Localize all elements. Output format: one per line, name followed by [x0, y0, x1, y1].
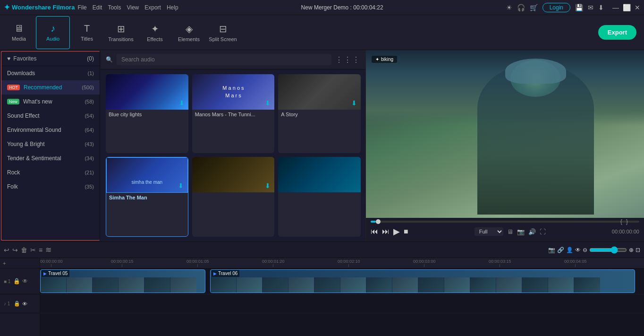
login-button[interactable]: Login [542, 3, 570, 12]
minimize-button[interactable]: — [612, 4, 619, 11]
menu-view[interactable]: View [127, 4, 139, 11]
audio-card-track5[interactable]: ⬇ [192, 157, 275, 237]
timeline-zoom: 📷 🔗 👤 👁 ⊖ ⊕ ⊡ [548, 246, 640, 254]
sound-effect-count: (54) [85, 113, 94, 119]
monitor-icon[interactable]: 🖥 [507, 228, 513, 235]
audio-title-story: A Story [278, 110, 361, 120]
sidebar-item-young-bright[interactable]: Young & Bright (43) [1, 137, 100, 151]
lock-icon[interactable]: 🔒 [13, 278, 20, 284]
download-manos-icon[interactable]: ⬇ [265, 99, 271, 107]
undo-button[interactable]: ↩ [4, 246, 9, 254]
camera-icon[interactable]: 📷 [517, 228, 525, 235]
skip-back-button[interactable]: ⏮ [371, 227, 378, 236]
toolbar-audio[interactable]: ♪ Audio [36, 16, 70, 49]
snapshot-icon[interactable]: 📷 [548, 247, 555, 253]
audio-waveform-button[interactable]: ≋ [45, 245, 51, 254]
whats-new-count: (58) [85, 99, 94, 104]
audio-card-track6[interactable] [278, 157, 361, 237]
video-track-row: ▶ Travel 05 [40, 268, 644, 294]
menu-file[interactable]: File [77, 4, 86, 11]
zoom-in-icon[interactable]: ⊕ [629, 247, 634, 253]
sun-icon[interactable]: ☀ [506, 4, 512, 11]
fullscreen-icon[interactable]: ⛶ [540, 228, 546, 235]
mail-icon[interactable]: ✉ [588, 4, 593, 11]
recommended-count: (500) [82, 85, 94, 90]
eye-track-icon[interactable]: 👁 [22, 278, 28, 284]
toolbar-splitscreen[interactable]: ⊟ Split Screen [206, 16, 240, 49]
eye-audio-icon[interactable]: 👁 [22, 301, 27, 307]
link-icon[interactable]: 🔗 [557, 247, 564, 253]
cart-icon[interactable]: 🛒 [530, 4, 538, 11]
menu-help[interactable]: Help [167, 4, 178, 11]
download-track5-icon[interactable]: ⬇ [265, 182, 271, 190]
audio-thumb-simha: simha the man ⬇ [106, 157, 188, 193]
download-simha-icon[interactable]: ⬇ [178, 182, 184, 190]
environmental-label: Environmental Sound [7, 127, 61, 133]
sidebar-item-whats-new[interactable]: New What's new (58) [1, 95, 100, 109]
sidebar-favorites[interactable]: ♥ Favorites (0) [1, 52, 100, 66]
download-story-icon[interactable]: ⬇ [351, 99, 357, 107]
young-bright-label: Young & Bright [7, 141, 45, 147]
track-label-icons: 🔒 👁 [13, 278, 28, 284]
fit-icon[interactable]: ⊡ [636, 247, 640, 253]
menu-edit[interactable]: Edit [93, 4, 102, 11]
elements-icon: ◈ [186, 23, 193, 34]
frame-back-button[interactable]: ⏭︎ [382, 227, 390, 236]
stop-button[interactable]: ■ [404, 227, 408, 236]
timeline-content[interactable]: 00:00:00:00 00:00:00:15 00:00:01:05 00:0… [40, 258, 644, 336]
sidebar-item-tender[interactable]: Tender & Sentimental (34) [1, 151, 100, 165]
toolbar-elements[interactable]: ◈ Elements [172, 16, 206, 49]
play-button[interactable]: ▶ [393, 226, 400, 237]
menu-tools[interactable]: Tools [108, 4, 121, 11]
toolbar-media[interactable]: 🖥 Media [2, 16, 36, 49]
zoom-select[interactable]: Full 50% 75% 150% [475, 227, 503, 236]
search-input[interactable] [117, 54, 331, 65]
timeline-ruler: 00:00:00:00 00:00:00:15 00:00:01:05 00:0… [40, 258, 644, 268]
export-button[interactable]: Export [598, 25, 636, 40]
media-label: Media [12, 36, 26, 42]
audio-card-story[interactable]: ⬇ A Story [278, 74, 361, 153]
download-icon[interactable]: ⬇ [598, 4, 604, 11]
audio-card-manos[interactable]: M a n o sM a r s ⬇ Manos Mars - The Tunn… [192, 74, 275, 153]
toolbar-transitions[interactable]: ⊞ Transitions [104, 16, 138, 49]
sidebar-item-downloads[interactable]: Downloads (1) [1, 66, 100, 80]
seekbar-thumb[interactable] [376, 219, 381, 224]
volume-icon[interactable]: 🔊 [528, 228, 536, 235]
headphone-icon[interactable]: 🎧 [517, 4, 525, 11]
ruler-mark-0: 00:00:00:00 [40, 259, 63, 267]
zoom-out-icon[interactable]: ⊖ [583, 247, 587, 253]
audio-card-blue-city[interactable]: ⬇ Blue city lights [106, 74, 188, 153]
cut-button[interactable]: ✂ [30, 246, 36, 254]
toolbar-titles[interactable]: T Titles [70, 16, 104, 49]
close-button[interactable]: ✕ [635, 4, 640, 11]
video-clip-travel06[interactable]: ▶ Travel 06 [210, 269, 635, 293]
zoom-slider[interactable] [589, 246, 627, 254]
preview-seekbar[interactable]: { } [371, 221, 639, 223]
video-clip-travel05[interactable]: ▶ Travel 05 [40, 269, 205, 293]
redo-button[interactable]: ↪ [12, 246, 18, 254]
sidebar-item-sound-effect[interactable]: Sound Effect (54) [1, 109, 100, 123]
timeline: ↩ ↪ 🗑 ✂ ≡ ≋ 📷 🔗 👤 👁 ⊖ ⊕ ⊡ + ■ 1 � [0, 241, 644, 336]
audio-card-simha[interactable]: simha the man ⬇ Simha The Man [106, 157, 188, 237]
download-audio-icon[interactable]: ⬇ [179, 99, 185, 107]
sidebar-item-rock[interactable]: Rock (21) [1, 165, 100, 180]
sidebar-item-recommended[interactable]: HOT Recommended (500) [1, 80, 100, 95]
menu-export[interactable]: Export [144, 4, 161, 11]
main-area: ♥ Favorites (0) Downloads (1) HOT Recomm… [0, 50, 644, 241]
eye-icon[interactable]: 👁 [575, 247, 581, 253]
search-options-icon[interactable]: ⋮⋮⋮ [335, 55, 361, 64]
save-icon[interactable]: 💾 [575, 4, 583, 11]
add-track-button[interactable]: + [3, 260, 6, 266]
lock-audio-icon[interactable]: 🔒 [14, 301, 20, 307]
sidebar-item-environmental[interactable]: Environmental Sound (64) [1, 123, 100, 137]
toolbar: 🖥 Media ♪ Audio T Titles ⊞ Transitions ✦… [0, 15, 644, 50]
delete-button[interactable]: 🗑 [21, 246, 27, 254]
person-icon[interactable]: 👤 [566, 247, 573, 253]
audio-track-label: ♪ 1 [4, 301, 10, 306]
playback-controls: ⏮ ⏭︎ ▶ ■ [371, 226, 408, 237]
folk-count: (35) [85, 184, 94, 190]
sidebar-item-folk[interactable]: Folk (35) [1, 180, 100, 194]
toolbar-effects[interactable]: ✦ Effects [138, 16, 172, 49]
settings-button[interactable]: ≡ [39, 246, 42, 254]
maximize-button[interactable]: ⬜ [623, 4, 631, 11]
